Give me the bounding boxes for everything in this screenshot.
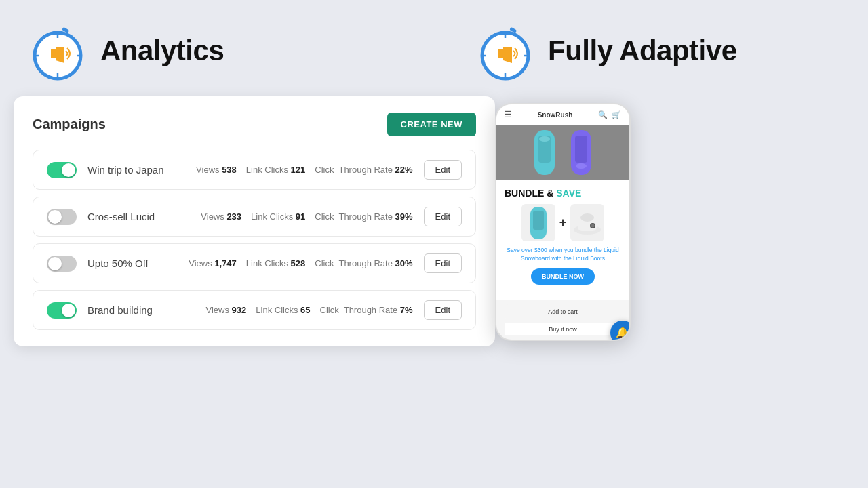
svg-point-30 (591, 224, 595, 227)
phone-footer: Add to cart Buy it now (496, 300, 629, 340)
product-snowboard-img (521, 204, 555, 241)
phone-wrapper: ☰ SnowRush 🔍 🛒 (495, 103, 631, 341)
campaign-row: Win trip to Japan Views 538 Link Clicks … (33, 150, 476, 190)
svg-marker-3 (51, 49, 56, 58)
edit-button-3[interactable]: Edit (424, 300, 462, 320)
store-name: SnowRush (538, 111, 573, 119)
campaign-stats-1: Views 233 Link Clicks 91 Click Through R… (186, 211, 413, 222)
svg-marker-12 (498, 49, 503, 58)
campaign-stats-2: Views 1,747 Link Clicks 528 Click Throug… (186, 258, 413, 268)
left-section: Analytics Campaigns CREATE NEW Win trip … (27, 20, 461, 346)
campaign-name-3: Brand building (87, 304, 176, 316)
analytics-header: Analytics (27, 20, 224, 81)
phone-banner (496, 125, 629, 180)
ctr-stat-3: Click Through Rate 7% (320, 305, 413, 315)
campaigns-top-bar: Campaigns CREATE NEW (33, 113, 476, 136)
campaign-stats-0: Views 538 Link Clicks 121 Click Through … (186, 165, 413, 175)
svg-rect-22 (575, 136, 587, 163)
views-stat-0: Views 538 (196, 165, 237, 175)
campaign-name-2: Upto 50% Off (87, 258, 176, 269)
campaign-name-1: Cros-sell Lucid (87, 211, 176, 222)
bundle-description: Save over $300 when you bundle the Liqui… (505, 247, 621, 263)
campaign-toggle-3[interactable] (47, 302, 77, 319)
svg-marker-13 (503, 47, 512, 63)
campaign-toggle-2[interactable] (47, 256, 77, 272)
views-stat-1: Views 233 (201, 211, 241, 222)
cart-icon: 🛒 (612, 110, 621, 119)
svg-point-23 (576, 163, 587, 169)
analytics-title: Analytics (100, 35, 224, 67)
campaign-toggle-1[interactable] (47, 209, 77, 225)
svg-point-20 (539, 136, 550, 142)
plus-sign: + (559, 216, 567, 230)
edit-button-2[interactable]: Edit (424, 253, 462, 273)
ctr-stat-1: Click Through Rate 39% (315, 211, 412, 222)
notification-bell[interactable]: 🔔 (610, 321, 631, 341)
views-stat-3: Views 932 (206, 305, 247, 315)
buy-now-button[interactable]: Buy it now (505, 323, 621, 336)
campaigns-heading: Campaigns (33, 117, 106, 132)
analytics-stopwatch-icon (27, 20, 88, 81)
svg-rect-10 (500, 30, 510, 35)
clicks-stat-0: Link Clicks 121 (246, 165, 305, 175)
campaign-toggle-0[interactable] (47, 162, 77, 178)
campaign-row: Brand building Views 932 Link Clicks 65 … (33, 290, 476, 330)
snowboard-right-img (564, 129, 598, 176)
edit-button-0[interactable]: Edit (424, 160, 462, 180)
snowboard-left-img (528, 129, 561, 176)
campaigns-panel: Campaigns CREATE NEW Win trip to Japan V… (14, 96, 495, 346)
views-stat-2: Views 1,747 (189, 258, 237, 268)
ctr-stat-2: Click Through Rate 30% (315, 258, 412, 268)
phone-nav-icons: 🔍 🛒 (598, 110, 621, 119)
campaign-row: Upto 50% Off Views 1,747 Link Clicks 528… (33, 243, 476, 283)
campaign-stats-3: Views 932 Link Clicks 65 Click Through R… (186, 305, 413, 315)
product-boots-img (570, 204, 604, 241)
bundle-now-button[interactable]: BUNDLE NOW (531, 268, 595, 285)
right-section: Fully Adaptive ☰ SnowRush 🔍 🛒 (461, 20, 841, 341)
adaptive-title: Fully Adaptive (548, 35, 737, 67)
adaptive-header: Fully Adaptive (475, 20, 737, 81)
hamburger-icon: ☰ (505, 110, 512, 119)
bundle-products: + (505, 204, 621, 241)
svg-rect-25 (533, 211, 544, 230)
adaptive-stopwatch-icon (475, 20, 536, 81)
clicks-stat-3: Link Clicks 65 (256, 305, 310, 315)
bundle-title: BUNDLE & SAVE (505, 188, 621, 199)
add-to-cart-button[interactable]: Add to cart (505, 304, 621, 319)
ctr-stat-0: Click Through Rate 22% (315, 165, 412, 175)
clicks-stat-1: Link Clicks 91 (251, 211, 305, 222)
phone-mockup: ☰ SnowRush 🔍 🛒 (495, 103, 631, 341)
phone-card: BUNDLE & SAVE + (496, 180, 629, 300)
svg-rect-1 (53, 30, 62, 35)
svg-point-28 (580, 214, 594, 222)
clicks-stat-2: Link Clicks 528 (246, 258, 305, 268)
edit-button-1[interactable]: Edit (424, 207, 462, 226)
search-icon: 🔍 (598, 110, 608, 119)
campaign-name-0: Win trip to Japan (87, 164, 176, 176)
campaign-row: Cros-sell Lucid Views 233 Link Clicks 91… (33, 197, 476, 237)
svg-marker-4 (56, 47, 64, 63)
phone-nav: ☰ SnowRush 🔍 🛒 (496, 104, 629, 125)
